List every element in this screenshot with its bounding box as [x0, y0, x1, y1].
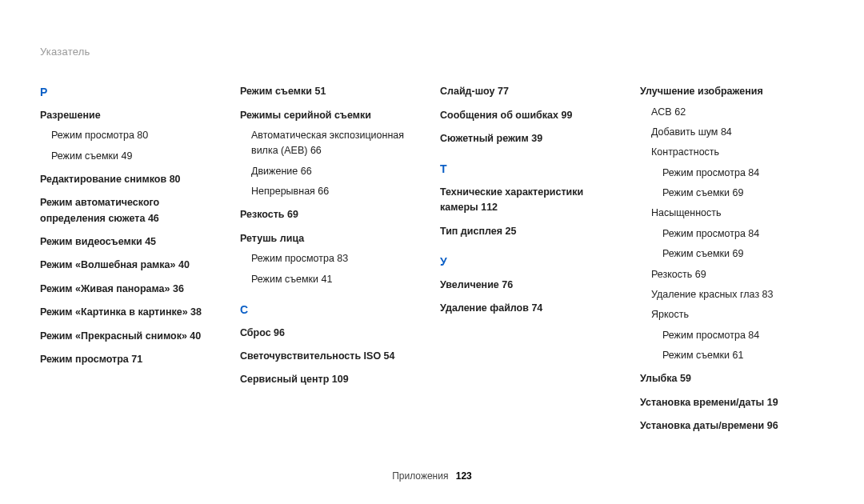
entry-resolution: Разрешение — [40, 108, 224, 123]
letter-r: Р — [40, 84, 224, 102]
entry-brightness-a: Режим просмотра 84 — [662, 328, 824, 343]
entry-slideshow: Слайд-шоу 77 — [440, 84, 624, 99]
entry-burst-modes: Режимы серийной съемки — [240, 108, 424, 123]
entry-zoom: Увеличение 76 — [440, 278, 624, 293]
entry-image-enhance: Улучшение изображения — [640, 84, 824, 99]
entry-live-panorama: Режим «Живая панорама» 36 — [40, 282, 224, 297]
entry-iso: Светочувствительность ISO 54 — [240, 349, 424, 364]
entry-face-retouch-s2: Режим съемки 41 — [251, 272, 424, 287]
page: Указатель Р Разрешение Режим просмотра 8… — [0, 0, 864, 504]
entry-reset: Сброс 96 — [240, 326, 424, 341]
entry-beauty-shot: Режим «Прекрасный снимок» 40 — [40, 329, 224, 344]
page-footer: Приложения 123 — [0, 469, 864, 484]
entry-auto-scene-b: определения сюжета 46 — [40, 211, 224, 226]
entry-resolution-sub2: Режим съемки 49 — [51, 149, 224, 164]
entry-magic-frame: Режим «Волшебная рамка» 40 — [40, 258, 224, 273]
letter-u: У — [440, 254, 624, 271]
column-2: Режим съемки 51 Режимы серийной съемки А… — [240, 84, 424, 438]
entry-display-type: Тип дисплея 25 — [440, 224, 624, 239]
entry-brightness: Яркость — [651, 307, 824, 322]
entry-saturation-a: Режим просмотра 84 — [662, 226, 824, 242]
column-3: Слайд-шоу 77 Сообщения об ошибках 99 Сюж… — [440, 84, 624, 438]
entry-specs-a: Технические характеристики — [440, 185, 624, 200]
entry-scene-mode: Сюжетный режим 39 — [440, 131, 624, 146]
entry-face-retouch: Ретушь лица — [240, 231, 424, 246]
entry-acb: ACB 62 — [651, 105, 824, 120]
entry-error-messages: Сообщения об ошибках 99 — [440, 108, 624, 123]
column-4: Улучшение изображения ACB 62 Добавить шу… — [640, 84, 824, 438]
entry-sharpness2: Резкость 69 — [651, 267, 824, 282]
entry-edit-images: Редактирование снимков 80 — [40, 172, 224, 187]
column-1: Р Разрешение Режим просмотра 80 Режим съ… — [40, 84, 224, 438]
entry-delete-files: Удаление файлов 74 — [440, 301, 624, 316]
entry-auto-scene-a: Режим автоматического — [40, 195, 224, 210]
entry-set-timedate: Установка времени/даты 19 — [640, 395, 824, 410]
entry-face-retouch-s1: Режим просмотра 83 — [251, 251, 424, 266]
entry-shooting-mode: Режим съемки 51 — [240, 84, 424, 99]
entry-set-datetime: Установка даты/времени 96 — [640, 418, 824, 434]
page-header: Указатель — [40, 44, 824, 60]
entry-saturation-b: Режим съемки 69 — [662, 246, 824, 262]
letter-s: С — [240, 302, 424, 319]
entry-contrast-a: Режим просмотра 84 — [662, 166, 824, 181]
entry-burst-aeb-a: Автоматическая экспозиционная — [251, 128, 424, 143]
footer-page-number: 123 — [456, 470, 472, 482]
entry-add-noise: Добавить шум 84 — [651, 125, 824, 140]
entry-redeye: Удаление красных глаз 83 — [651, 287, 824, 302]
entry-burst-continuous: Непрерывная 66 — [251, 184, 424, 199]
entry-specs-b: камеры 112 — [440, 200, 624, 215]
index-columns: Р Разрешение Режим просмотра 80 Режим съ… — [40, 84, 824, 438]
footer-section: Приложения — [392, 470, 448, 482]
letter-t: Т — [440, 161, 624, 178]
entry-contrast: Контрастность — [651, 145, 824, 160]
entry-pip: Режим «Картинка в картинке» 38 — [40, 305, 224, 320]
entry-playback-mode: Режим просмотра 71 — [40, 352, 224, 367]
entry-contrast-b: Режим съемки 69 — [662, 186, 824, 201]
entry-sharpness: Резкость 69 — [240, 207, 424, 222]
entry-burst-aeb-b: вилка (AEB) 66 — [251, 143, 424, 158]
entry-resolution-sub1: Режим просмотра 80 — [51, 128, 224, 143]
entry-brightness-b: Режим съемки 61 — [662, 348, 824, 363]
entry-saturation: Насыщенность — [651, 206, 824, 221]
entry-burst-motion: Движение 66 — [251, 164, 424, 179]
entry-video-mode: Режим видеосъемки 45 — [40, 234, 224, 250]
entry-smile: Улыбка 59 — [640, 371, 824, 386]
entry-service-center: Сервисный центр 109 — [240, 372, 424, 387]
